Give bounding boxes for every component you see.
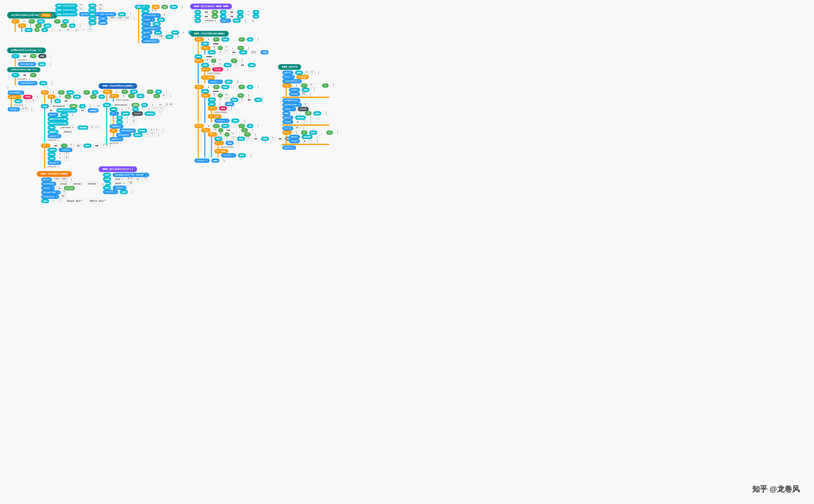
header-setautomaticdraw: setAutomaticDraw(false) — [7, 12, 58, 19]
watermark: 知乎 @龙卷风 — [752, 484, 800, 494]
section-checkwind-body: ■■■ checkWind(■■■) for( 1 <= ■■■ ; ++ ■■… — [190, 31, 292, 163]
header-onmouseclick: onMouseClick(■■ =>) — [7, 48, 46, 53]
header-checkmove: ■■■ checkMove(■■■) — [99, 83, 137, 89]
main-canvas: setAutomaticDraw(false) for 1 <= ■■■ ; +… — [0, 0, 814, 504]
section-meetg: ■■■ meetG goto( ■■■ 0 0 ) fill = orange … — [278, 64, 341, 150]
header-meetg: ■■■ meetG — [278, 64, 301, 70]
header-checkwind: ■■■ distance ■■■ ■■■ — [190, 4, 232, 9]
section-checkwind-top: ■■■ distance ■■■ ■■■ ■■ ■■ ■■ ■■ ■■ ■■ *… — [190, 4, 260, 23]
section-showwin: ■■■ showWin(■■■) goto( 150 200 ) setFont… — [37, 171, 109, 203]
section-checkmove: ■■■ checkMove(■■■) for( 1 <= ■■■ ; ++ ■■… — [99, 83, 173, 145]
header-showwin: ■■■ showWin(■■■) — [37, 171, 72, 177]
section-array-rgb: ■■■ 20 ■■■ 35 ■■■ new Array( ■■■ ) ■■■ r… — [88, 4, 138, 29]
header-checkwind-body: ■■■ checkWind(■■■) — [190, 31, 229, 37]
